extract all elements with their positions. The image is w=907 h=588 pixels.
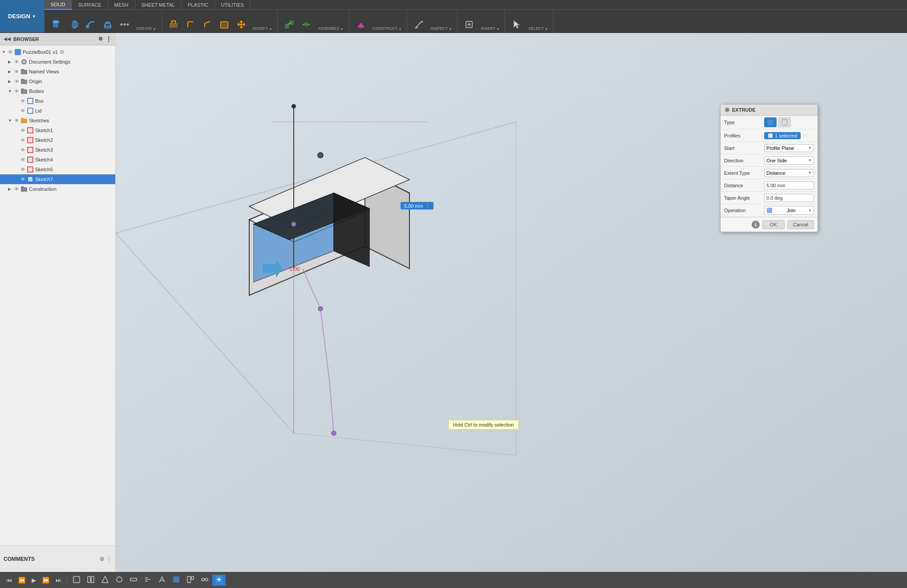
- tree-item-sketch5[interactable]: 👁 Sketch5: [0, 165, 115, 174]
- tab-surface[interactable]: SURFACE: [72, 0, 108, 10]
- eye-icon[interactable]: 👁: [20, 167, 25, 172]
- eye-icon[interactable]: 👁: [20, 137, 25, 143]
- taper-input[interactable]: 0.0 deg: [764, 194, 814, 202]
- assemble-label[interactable]: ASSEMBLE ▼: [315, 26, 346, 32]
- tool-active[interactable]: [212, 575, 226, 586]
- tree-item-sketch1[interactable]: 👁 Sketch1: [0, 125, 115, 135]
- tab-plastic[interactable]: PLASTIC: [182, 0, 215, 10]
- tool-10[interactable]: [198, 575, 211, 586]
- type-btn-surface[interactable]: [778, 117, 791, 127]
- tree-item-origin[interactable]: ▶ 👁 Origin: [0, 77, 115, 86]
- eye-icon[interactable]: 👁: [20, 98, 25, 104]
- tool-6[interactable]: [141, 575, 154, 586]
- timeline-prev-start-btn[interactable]: ⏮: [4, 576, 15, 584]
- tool-9[interactable]: [184, 575, 197, 586]
- assemble-new-component-btn[interactable]: [281, 17, 297, 32]
- distance-popup[interactable]: 5.00 mm ⋮: [401, 202, 433, 209]
- design-button[interactable]: DESIGN ▼: [0, 0, 45, 32]
- tree-item-doc-settings[interactable]: ▶ 👁 Document Settings: [0, 57, 115, 67]
- create-extrude-btn[interactable]: [49, 17, 65, 32]
- eye-icon[interactable]: 👁: [14, 69, 19, 74]
- tool-4[interactable]: [113, 575, 126, 586]
- collapse-button[interactable]: ◀◀: [4, 36, 11, 41]
- eye-icon[interactable]: 👁: [14, 186, 19, 192]
- inspect-measure-btn[interactable]: [411, 17, 427, 32]
- tool-8[interactable]: [170, 575, 183, 586]
- tree-item-root[interactable]: ▼ 👁 PuzzleBox01 v1 ⚙: [0, 47, 115, 57]
- direction-select[interactable]: One Side ▼: [764, 157, 814, 165]
- profiles-clear-button[interactable]: ✕: [802, 133, 807, 139]
- cancel-button[interactable]: Cancel: [787, 220, 814, 229]
- construct-label[interactable]: CONSTRUCT ▼: [370, 26, 404, 32]
- timeline-next-end-btn[interactable]: ⏭: [53, 576, 64, 584]
- browser-settings[interactable]: ⚙: [98, 36, 103, 42]
- operation-select[interactable]: Join ▼: [764, 206, 814, 215]
- modify-move-btn[interactable]: [233, 17, 249, 32]
- insert-btn[interactable]: [461, 17, 477, 32]
- modify-fillet-btn[interactable]: [182, 17, 198, 32]
- comments-settings-icon[interactable]: ⚙: [100, 556, 105, 562]
- timeline-prev-btn[interactable]: ⏪: [16, 576, 28, 584]
- extent-type-select[interactable]: Distance ▼: [764, 169, 814, 177]
- tree-item-bodies[interactable]: ▼ 👁 Bodies: [0, 86, 115, 96]
- type-btn-solid[interactable]: [764, 117, 777, 127]
- tab-utilities[interactable]: UTILITIES: [215, 0, 251, 10]
- tree-item-lid[interactable]: 👁 Lid: [0, 106, 115, 116]
- tab-solid[interactable]: SOLID: [45, 0, 72, 10]
- eye-icon[interactable]: 👁: [14, 89, 19, 94]
- tree-item-named-views[interactable]: ▶ 👁 Named Views: [0, 67, 115, 77]
- eye-icon[interactable]: 👁: [14, 118, 19, 123]
- eye-icon[interactable]: 👁: [20, 147, 25, 153]
- timeline-next-btn[interactable]: ⏩: [40, 576, 52, 584]
- tree-item-sketch3[interactable]: 👁 Sketch3: [0, 145, 115, 155]
- eye-icon[interactable]: 👁: [14, 79, 19, 84]
- tool-3[interactable]: [98, 575, 112, 586]
- create-label[interactable]: CREATE ▼: [134, 26, 159, 32]
- select-btn[interactable]: [509, 17, 525, 32]
- create-sweep-btn[interactable]: [83, 17, 99, 32]
- modify-shell-btn[interactable]: [216, 17, 232, 32]
- extent-type-value: Distance: [766, 170, 786, 176]
- tab-sheet-metal[interactable]: SHEET METAL: [135, 0, 182, 10]
- eye-icon[interactable]: 👁: [20, 108, 25, 113]
- construct-plane-btn[interactable]: [353, 17, 369, 32]
- create-loft-btn[interactable]: [100, 17, 116, 32]
- distance-input[interactable]: 5.00 mm: [764, 181, 814, 189]
- tab-mesh[interactable]: MESH: [108, 0, 135, 10]
- modify-chamfer-btn[interactable]: [199, 17, 215, 32]
- tool-7[interactable]: [155, 575, 169, 586]
- comments-expand-icon[interactable]: ⋮: [106, 556, 112, 562]
- browser-expand[interactable]: ⋮: [105, 36, 112, 43]
- root-settings-icon[interactable]: ⚙: [60, 49, 65, 55]
- eye-icon[interactable]: 👁: [14, 59, 19, 64]
- eye-icon[interactable]: 👁: [8, 49, 13, 55]
- tool-1[interactable]: [70, 575, 83, 586]
- tree-item-construction[interactable]: ▶ 👁 Construction: [0, 184, 115, 194]
- timeline-play-btn[interactable]: ▶: [29, 576, 39, 584]
- insert-label[interactable]: INSERT ▼: [478, 26, 502, 32]
- select-label[interactable]: SELECT ▼: [526, 26, 551, 32]
- info-icon[interactable]: ℹ: [752, 221, 760, 229]
- eye-icon[interactable]: 👁: [20, 177, 25, 182]
- ok-button[interactable]: OK: [762, 220, 785, 229]
- tree-item-sketch4[interactable]: 👁 Sketch4: [0, 155, 115, 165]
- modify-press-pull-btn[interactable]: [166, 17, 182, 32]
- eye-icon[interactable]: 👁: [20, 157, 25, 162]
- profiles-selected-button[interactable]: 1 selected: [764, 132, 801, 139]
- tree-item-sketches[interactable]: ▼ 👁 Sketches: [0, 116, 115, 125]
- create-revolve-btn[interactable]: [66, 17, 82, 32]
- tool-2[interactable]: [84, 575, 97, 586]
- modify-label[interactable]: MODIFY ▼: [250, 26, 275, 32]
- viewport[interactable]: 5.00 5.00 mm ⋮: [116, 33, 907, 572]
- tree-item-sketch2[interactable]: 👁 Sketch2: [0, 135, 115, 145]
- tool-5[interactable]: [127, 575, 140, 586]
- tree-item-sketch7[interactable]: 👁 Sketch7: [0, 174, 115, 184]
- distance-options[interactable]: ⋮: [425, 203, 430, 209]
- svg-rect-1: [53, 21, 58, 23]
- create-more-btn[interactable]: [117, 17, 133, 32]
- eye-icon[interactable]: 👁: [20, 128, 25, 133]
- inspect-label[interactable]: INSPECT ▼: [428, 26, 454, 32]
- tree-item-box[interactable]: 👁 Box: [0, 96, 115, 106]
- start-select[interactable]: Profile Plane ▼: [764, 144, 814, 152]
- assemble-joint-btn[interactable]: [298, 17, 314, 32]
